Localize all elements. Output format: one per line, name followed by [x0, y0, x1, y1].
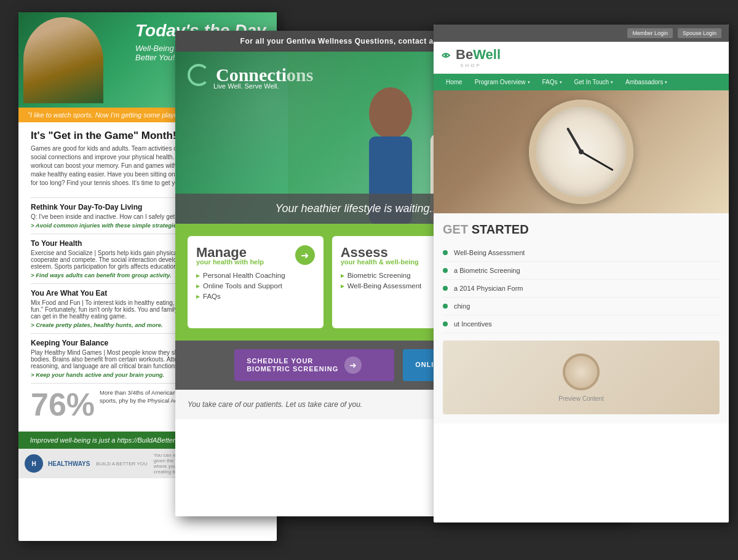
chevron-down-icon-4: ▾ — [665, 80, 667, 85]
bewell-started-item-2[interactable]: a Biometric Screening — [443, 262, 720, 280]
bewell-started-item-1[interactable]: Well-Being Assessment — [443, 244, 720, 262]
clock-center-dot — [579, 149, 584, 154]
connections-box-manage: Manage your health with help ➜ Personal … — [188, 236, 323, 328]
bewell-spouse-login-button[interactable]: Spouse Login — [678, 28, 721, 38]
bewell-started-item-5[interactable]: ut Incentives — [443, 315, 720, 333]
healthways-logo-circle: H — [25, 454, 43, 473]
box-manage-item-2: Online Tools and Support — [196, 282, 315, 290]
bewell-main-nav: Home Program Overview ▾ FAQs ▾ Get In To… — [434, 74, 729, 90]
svg-point-6 — [445, 54, 447, 57]
box-manage-item-3: FAQs — [196, 293, 315, 300]
bewell-started-item-label-1: Well-Being Assessment — [454, 249, 525, 256]
cta-biometric-button[interactable]: SCHEDULE YOURBIOMETRIC SCREENING ➜ — [234, 349, 394, 381]
connections-footer-text: You take care of our patients. Let us ta… — [188, 400, 362, 409]
box-manage-header: Manage your health with help ➜ — [196, 245, 315, 266]
cta-biometric-label: SCHEDULE YOURBIOMETRIC SCREENING — [247, 357, 338, 373]
bewell-started-item-4[interactable]: ching — [443, 298, 720, 315]
bewell-logo-be: Be — [441, 47, 473, 63]
build-logo-text: BUILD A BETTER YOU — [96, 461, 147, 467]
svg-point-0 — [369, 87, 412, 139]
box-manage-subtitle: your health with help — [196, 258, 264, 266]
bewell-logo-well: Well — [473, 47, 501, 63]
list-dot-icon-2 — [443, 268, 448, 273]
bewell-logo-icon — [441, 49, 451, 61]
box-manage-arrow[interactable]: ➜ — [295, 245, 315, 265]
bewell-member-login-button[interactable]: Member Login — [627, 28, 673, 38]
list-dot-icon-3 — [443, 286, 448, 291]
bewell-logo: Be Well SHOP — [441, 47, 501, 68]
bewell-hero-clock — [434, 90, 729, 213]
thumbnail-content: Preview Content — [443, 341, 720, 414]
bewell-content: GET STARTED Well-Being Assessment a Biom… — [434, 213, 729, 424]
bewell-started-item-label-2: a Biometric Screening — [454, 267, 520, 274]
bewell-thumbnail: Preview Content — [443, 341, 720, 414]
list-dot-icon — [443, 250, 448, 255]
bewell-header: Be Well SHOP — [434, 42, 729, 74]
box-assess-subtitle: your health & well-being — [341, 258, 419, 266]
clock-face — [529, 100, 633, 204]
healthways-logo-text: HEALTHWAYS — [48, 460, 90, 467]
bewell-nav-home[interactable]: Home — [440, 74, 469, 90]
newsletter-percent: 76% — [31, 388, 95, 420]
build-better-you-logo: BUILD A BETTER YOU — [96, 461, 147, 467]
chevron-down-icon: ▾ — [528, 80, 530, 85]
bewell-get-started-prefix: GET — [443, 223, 472, 236]
thumbnail-label: Preview Content — [558, 395, 603, 402]
box-manage-item-1: Personal Health Coaching — [196, 272, 315, 279]
thumbnail-clock-small — [563, 353, 600, 390]
list-dot-icon-5 — [443, 321, 448, 326]
bewell-nav-ambassadors[interactable]: Ambassadors ▾ — [619, 74, 673, 90]
bewell-started-item-label-5: ut Incentives — [454, 320, 492, 328]
bewell-logo-shop: SHOP — [441, 63, 501, 68]
bewell-nav-faqs[interactable]: FAQs ▾ — [536, 74, 568, 90]
cta-biometric-arrow-icon: ➜ — [344, 357, 362, 374]
bewell-card: Member Login Spouse Login Be Well SHOP H… — [434, 25, 729, 523]
bewell-nav-program[interactable]: Program Overview ▾ — [469, 74, 536, 90]
bewell-started-item-label-3: a 2014 Physician Form — [454, 285, 523, 292]
clock-hour-hand — [566, 127, 582, 152]
bewell-started-title: GET STARTED — [443, 223, 720, 237]
bewell-nav-contact[interactable]: Get In Touch ▾ — [568, 74, 620, 90]
list-dot-icon-4 — [443, 304, 448, 309]
clock-minute-hand — [581, 151, 613, 172]
bewell-started-item-3[interactable]: a 2014 Physician Form — [443, 280, 720, 298]
chevron-down-icon-2: ▾ — [560, 80, 562, 85]
bewell-top-nav: Member Login Spouse Login — [434, 25, 729, 42]
chevron-down-icon-3: ▾ — [611, 80, 613, 85]
bewell-started-item-label-4: ching — [454, 302, 470, 310]
bewell-started-label: STARTED — [472, 223, 529, 236]
